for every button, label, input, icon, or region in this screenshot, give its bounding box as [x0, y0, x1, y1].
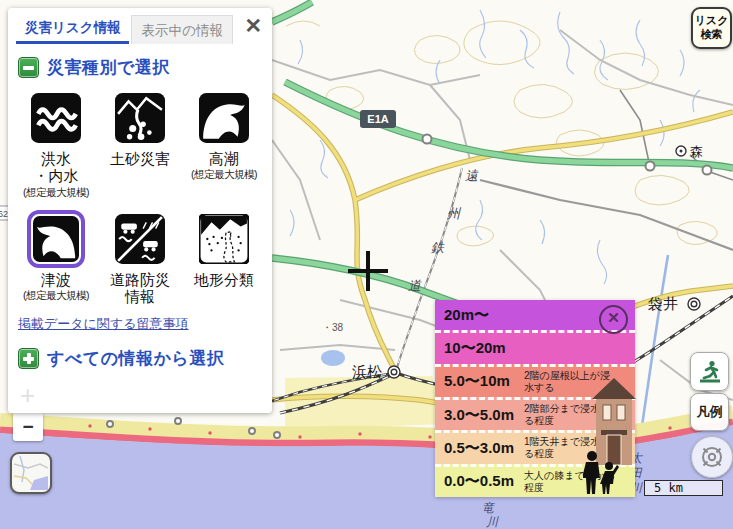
compass-crosshair-icon	[698, 443, 726, 471]
scale-bar: 5 km	[644, 480, 723, 496]
risk-search-button[interactable]: リスク 検索	[691, 7, 732, 49]
section-title: すべての情報から選択	[47, 347, 224, 370]
tab-disaster-risk-info[interactable]: 災害リスク情報	[16, 13, 129, 44]
road-hazard-icon	[115, 214, 165, 264]
legend-range: 5.0〜10m	[444, 372, 524, 391]
legend-row: 5.0〜10m 2階の屋根以上が浸水する	[435, 364, 635, 397]
scale-label: 5 km	[654, 481, 683, 495]
legend-close-icon[interactable]: ✕	[599, 305, 628, 334]
svg-text:森: 森	[690, 144, 703, 159]
svg-text:川: 川	[486, 515, 499, 529]
category-road-hazard[interactable]: 道路防災情報	[98, 210, 182, 306]
legend-desc: 1階天井まで浸水する程度	[524, 436, 616, 460]
svg-text:E1A: E1A	[367, 113, 388, 125]
category-storm-surge[interactable]: 高潮 (想定最大規模)	[182, 89, 266, 200]
svg-text:遠: 遠	[465, 168, 479, 183]
collapse-minus-icon[interactable]	[18, 57, 39, 78]
legend-desc: 2階部分まで浸水する程度	[524, 403, 616, 427]
risk-search-label: 検索	[701, 28, 723, 42]
svg-text:浜松: 浜松	[352, 363, 382, 380]
legend-toggle-button[interactable]: 凡例	[690, 393, 729, 431]
svg-text:州: 州	[447, 206, 462, 221]
landslide-icon	[115, 93, 165, 143]
category-grid: 洪水・内水 (想定最大規模) 土砂災害	[8, 87, 272, 305]
section-title: 災害種別で選択	[47, 56, 170, 79]
zoom-out-button[interactable]: −	[13, 412, 43, 441]
data-notice-link[interactable]: 掲載データに関する留意事項	[18, 315, 262, 333]
zoom-in-button-ghost: +	[20, 380, 35, 411]
category-terrain[interactable]: 地形分類	[182, 210, 266, 306]
zoom-out-label: −	[22, 416, 33, 438]
legend-desc: 2階の屋根以上が浸水する	[524, 370, 616, 394]
hazard-map-app: E1A 62 森 袋井 浜松 ・38 遠	[0, 0, 733, 529]
legend-range: 0.0〜0.5m	[444, 472, 524, 491]
svg-text:竜: 竜	[482, 501, 495, 515]
terrain-icon	[199, 214, 249, 264]
city-fukuroi-marker: 袋井	[648, 295, 700, 312]
section-select-by-type[interactable]: 災害種別で選択	[18, 56, 262, 79]
category-flood[interactable]: 洪水・内水 (想定最大規模)	[14, 89, 98, 200]
disaster-info-panel: 災害リスク情報 表示中の情報 ✕ 災害種別で選択 洪水・内水 (想定最大規模)	[8, 8, 272, 413]
running-person-icon	[697, 359, 723, 385]
svg-text:62: 62	[0, 209, 8, 219]
category-tsunami[interactable]: 津波 (想定最大規模)	[14, 210, 98, 306]
section-select-all[interactable]: すべての情報から選択	[18, 347, 262, 370]
elevation-point-label: ・38	[322, 322, 344, 333]
city-hamamatsu-marker: 浜松	[352, 363, 400, 380]
legend-row: 3.0〜5.0m 2階部分まで浸水する程度	[435, 397, 635, 430]
svg-text:袋井: 袋井	[648, 295, 678, 312]
panel-tabbar: 災害リスク情報 表示中の情報 ✕	[8, 8, 272, 44]
minimap-thumbnail	[14, 456, 48, 490]
legend-row: 0.5〜3.0m 1階天井まで浸水する程度	[435, 430, 635, 463]
tsunami-icon	[33, 216, 79, 262]
legend-range: 10〜20m	[444, 339, 524, 358]
tsunami-depth-legend: ✕ 20m〜 10〜20m 5.0〜10m 2階の屋根以上が浸水する 3.0〜5…	[435, 300, 635, 497]
highway-badge: E1A	[360, 110, 396, 128]
expand-plus-icon[interactable]	[18, 348, 39, 369]
svg-text:道: 道	[408, 278, 422, 293]
category-landslide[interactable]: 土砂災害	[98, 89, 182, 200]
storm-surge-icon	[199, 93, 249, 143]
tab-displayed-info[interactable]: 表示中の情報	[131, 15, 232, 44]
basemap-selector-button[interactable]	[10, 452, 52, 494]
legend-row: 10〜20m	[435, 330, 635, 363]
current-location-button[interactable]	[691, 436, 733, 478]
legend-range: 3.0〜5.0m	[444, 406, 524, 425]
close-icon[interactable]: ✕	[244, 16, 262, 36]
svg-text:鉄: 鉄	[431, 240, 445, 255]
risk-search-label: リスク	[695, 14, 729, 28]
evacuation-sites-button[interactable]	[690, 352, 729, 391]
legend-toggle-label: 凡例	[697, 403, 723, 421]
legend-range: 0.5〜3.0m	[444, 439, 524, 458]
legend-range: 20m〜	[444, 306, 524, 325]
legend-desc: 大人の膝までつかる程度	[524, 470, 616, 494]
flood-icon	[31, 93, 81, 143]
legend-row: 0.0〜0.5m 大人の膝までつかる程度	[435, 464, 635, 497]
